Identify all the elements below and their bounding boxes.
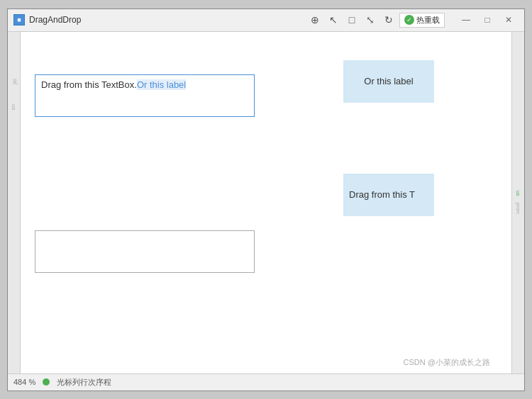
window-icon: ■ xyxy=(13,14,25,26)
textbox-highlight-text: Or this label xyxy=(137,79,186,90)
textbox-normal-text: Drag from this TextBox. xyxy=(41,79,137,90)
right-gutter-text: us xyxy=(516,191,521,196)
bottom-label-text: Drag from this T xyxy=(349,189,415,200)
window-controls: — □ ✕ xyxy=(456,12,519,28)
top-label-box[interactable]: Or this label xyxy=(343,60,434,103)
hot-reload-button[interactable]: ✓ 热重载 xyxy=(399,13,445,28)
status-zoom: 484 % xyxy=(13,378,35,386)
toolbar: ⊕ ↖ □ ⤡ ↻ ✓ 热重载 xyxy=(307,12,445,28)
refresh-tool-button[interactable]: ↻ xyxy=(381,12,397,28)
status-text: 光标列行次序程 xyxy=(57,377,111,388)
watermark: CSDN @小菜的成长之路 xyxy=(404,357,490,368)
window-title: DragAndDrop xyxy=(29,15,307,25)
main-content: Drag from this TextBox.Or this label Or … xyxy=(21,32,511,373)
hot-reload-label: 热重载 xyxy=(416,15,440,26)
titlebar: ■ DragAndDrop ⊕ ↖ □ ⤡ ↻ ✓ 热重载 — □ ✕ xyxy=(8,9,524,32)
top-section: Drag from this TextBox.Or this label Or … xyxy=(35,74,497,117)
statusbar: 484 % 光标列行次序程 xyxy=(8,373,524,390)
top-label-text: Or this label xyxy=(364,76,413,86)
drop-textbox[interactable] xyxy=(35,230,255,273)
right-gutter-text2: prom xyxy=(516,203,521,214)
rectangle-tool-button[interactable]: □ xyxy=(344,12,360,28)
status-dot xyxy=(43,378,50,386)
bottom-label-box[interactable]: Drag from this T xyxy=(343,174,434,216)
close-button[interactable]: ✕ xyxy=(499,12,519,28)
cursor-tool-button[interactable]: ⊕ xyxy=(307,12,323,28)
bottom-section: Drag from this T xyxy=(35,230,497,273)
minimize-button[interactable]: — xyxy=(456,12,476,28)
pointer-tool-button[interactable]: ↖ xyxy=(326,12,341,28)
zoom-level: 484 % xyxy=(13,378,35,386)
maximize-button[interactable]: □ xyxy=(477,12,497,28)
main-window: ■ DragAndDrop ⊕ ↖ □ ⤡ ↻ ✓ 热重载 — □ ✕ 见 us xyxy=(7,9,525,391)
left-gutter: 见 us xyxy=(8,32,21,373)
watermark-text: CSDN @小菜的成长之路 xyxy=(404,358,490,366)
hot-reload-icon: ✓ xyxy=(404,15,414,25)
gutter-text-left2: us xyxy=(11,104,17,110)
content-area: 见 us Drag from this TextBox.Or this labe… xyxy=(8,32,524,373)
drag-textbox[interactable]: Drag from this TextBox.Or this label xyxy=(35,74,255,117)
resize-tool-button[interactable]: ⤡ xyxy=(362,12,378,28)
right-gutter: us prom xyxy=(511,32,524,373)
status-label: 光标列行次序程 xyxy=(57,377,111,388)
